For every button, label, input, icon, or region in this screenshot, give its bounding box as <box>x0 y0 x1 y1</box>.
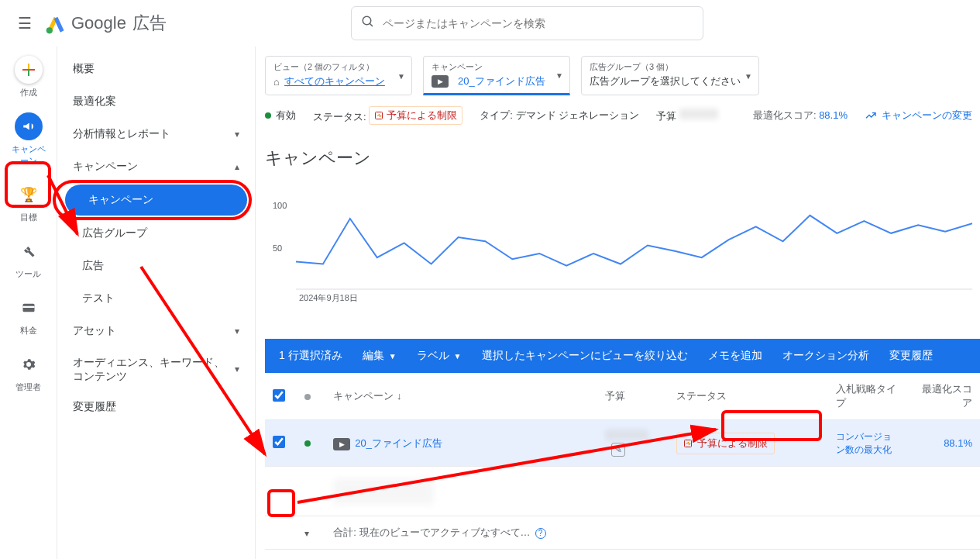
nav-recommendations[interactable]: 最適化案 <box>57 85 255 118</box>
rail-billing[interactable]: 料金 <box>8 294 50 336</box>
chevron-down-icon[interactable]: ▾ <box>304 528 309 539</box>
rail-goal[interactable]: 🏆 目標 <box>8 181 50 223</box>
trophy-icon: 🏆 <box>15 181 43 209</box>
nav-history[interactable]: 変更履歴 <box>57 391 255 423</box>
megaphone-icon <box>15 112 43 140</box>
row-checkbox[interactable] <box>273 436 285 448</box>
warning-icon <box>374 111 383 120</box>
toolbar-memo[interactable]: メモを追加 <box>708 349 762 363</box>
rail: 作成 キャンペーン 🏆 目標 ツール 料金 <box>0 47 57 559</box>
chart-xlabel: 2024年9月18日 <box>299 292 972 304</box>
nav-overview[interactable]: 概要 <box>57 53 255 85</box>
status-type: タイプ: デマンド ジェネレーション <box>480 109 639 122</box>
edit-icon[interactable]: ✎ <box>611 443 625 457</box>
crumb-adgroup[interactable]: 広告グループ（3 個） 広告グループを選択してください ▼ <box>581 56 759 95</box>
chevron-down-icon: ▼ <box>389 352 397 361</box>
svg-rect-5 <box>28 69 29 76</box>
toolbar-narrow[interactable]: 選択したキャンペーンにビューを絞り込む <box>482 349 688 363</box>
table-row-redacted <box>265 467 980 516</box>
row-status-dot-icon <box>304 440 311 447</box>
selection-toolbar: 1 行選択済み 編集 ▼ ラベル ▼ 選択したキャンペーンにビューを絞り込む メ… <box>265 339 980 373</box>
th-campaign[interactable]: キャンペーン ↓ <box>325 373 597 420</box>
dropdown-icon: ▼ <box>555 71 563 79</box>
svg-rect-6 <box>28 64 29 69</box>
scope-breadcrumbs: ビュー（2 個のフィルタ） ⌂すべてのキャンペーン ▼ キャンペーン ▶20_フ… <box>265 56 980 95</box>
th-status[interactable]: ステータス <box>669 373 828 420</box>
brand-google: Google <box>71 13 126 33</box>
table-footer-row: ▾ 合計: 現在のビューでアクティブなすべて…? <box>265 516 980 550</box>
page-title: キャンペーン <box>265 147 980 170</box>
card-icon <box>15 294 43 322</box>
rail-create[interactable]: 作成 <box>8 56 50 98</box>
chevron-down-icon: ▼ <box>454 352 462 361</box>
topbar: ☰ Google 広告 <box>0 0 980 47</box>
budget-redacted <box>605 430 648 440</box>
crumb-adgroup-label: 広告グループ（3 個） <box>590 61 751 73</box>
th-budget[interactable]: 予算 <box>597 373 669 420</box>
menu-icon[interactable]: ☰ <box>9 8 40 39</box>
status-optscore: 最適化スコア: 88.1% <box>753 109 848 122</box>
crumb-campaign-value: 20_ファインド広告 <box>458 74 545 88</box>
status-budget-warning[interactable]: 予算による制限 <box>369 106 462 125</box>
campaign-name-link[interactable]: 20_ファインド広告 <box>355 437 442 449</box>
crumb-campaign-label: キャンペーン <box>432 61 562 73</box>
table-row: ▶20_ファインド広告 ✎ 予算による制限 コンバージョン数の最大化 88.1% <box>265 420 980 467</box>
search-input[interactable] <box>383 17 693 29</box>
chart-svg <box>296 201 972 290</box>
header-checkbox[interactable] <box>273 389 285 402</box>
rail-admin[interactable]: 管理者 <box>8 350 50 393</box>
nav-insights[interactable]: 分析情報とレポート▾ <box>57 118 255 150</box>
dropdown-icon: ▼ <box>744 71 752 80</box>
gear-icon <box>15 350 43 378</box>
brand: Google 広告 <box>45 12 167 35</box>
th-bid[interactable]: 入札戦略タイプ <box>828 373 908 420</box>
ad-badge-icon: ▶ <box>432 75 449 88</box>
crumb-view[interactable]: ビュー（2 個のフィルタ） ⌂すべてのキャンペーン ▼ <box>265 56 412 95</box>
rail-campaign[interactable]: キャンペーン <box>8 112 50 167</box>
rail-create-label: 作成 <box>20 87 37 98</box>
redacted-content <box>333 478 434 505</box>
th-opt[interactable]: 最適化スコア <box>908 373 980 420</box>
bid-strategy-link[interactable]: コンバージョン数の最大化 <box>836 431 892 455</box>
help-icon[interactable]: ? <box>535 528 546 539</box>
svg-line-2 <box>370 23 373 26</box>
crumb-view-label: ビュー（2 個のフィルタ） <box>273 61 404 73</box>
account-info-redacted <box>176 9 339 37</box>
rail-admin-label: 管理者 <box>15 381 41 393</box>
nav-tests[interactable]: テスト <box>57 282 255 315</box>
nav-ads[interactable]: 広告 <box>57 250 255 282</box>
svg-rect-8 <box>22 306 34 308</box>
chevron-down-icon: ▾ <box>235 364 239 374</box>
toolbar-history[interactable]: 変更履歴 <box>889 349 933 363</box>
campaign-history-link[interactable]: キャンペーンの変更 <box>865 109 972 122</box>
status-budget: 予算 <box>656 109 718 123</box>
sort-down-icon: ↓ <box>397 390 402 402</box>
nav-campaigns-group[interactable]: キャンペーン▴ <box>57 150 255 183</box>
nav-assets[interactable]: アセット▾ <box>57 315 255 347</box>
house-icon: ⌂ <box>273 76 280 88</box>
rail-campaign-label: キャンペーン <box>8 143 50 167</box>
row-status-warning[interactable]: 予算による制限 <box>676 433 775 454</box>
tools-icon <box>15 237 43 265</box>
warning-icon <box>683 439 693 448</box>
row-optscore: 88.1% <box>944 437 972 449</box>
nav-adgroups[interactable]: 広告グループ <box>57 217 255 250</box>
svg-point-1 <box>363 16 371 25</box>
budget-redacted <box>679 109 718 119</box>
toolbar-edit[interactable]: 編集 ▼ <box>363 349 397 363</box>
rail-tool[interactable]: ツール <box>8 237 50 280</box>
search-icon <box>361 15 375 31</box>
crumb-view-value: すべてのキャンペーン <box>284 74 385 88</box>
rail-goal-label: 目標 <box>20 212 37 223</box>
chevron-up
-icon: ▴ <box>235 161 239 172</box>
search-box[interactable] <box>351 6 703 40</box>
dropdown-icon: ▼ <box>397 71 405 80</box>
status-header-icon <box>304 394 311 400</box>
nav-audiences[interactable]: オーディエンス、キーワード、コンテンツ▾ <box>57 347 255 391</box>
toolbar-label[interactable]: ラベル ▼ <box>417 349 462 363</box>
toolbar-auction[interactable]: オークション分析 <box>782 349 869 363</box>
crumb-campaign[interactable]: キャンペーン ▶20_ファインド広告 ▼ <box>423 56 570 95</box>
main-content: ビュー（2 個のフィルタ） ⌂すべてのキャンペーン ▼ キャンペーン ▶20_フ… <box>256 47 980 559</box>
brand-ads: 広告 <box>132 12 167 35</box>
nav-campaigns-active[interactable]: キャンペーン <box>65 185 247 216</box>
